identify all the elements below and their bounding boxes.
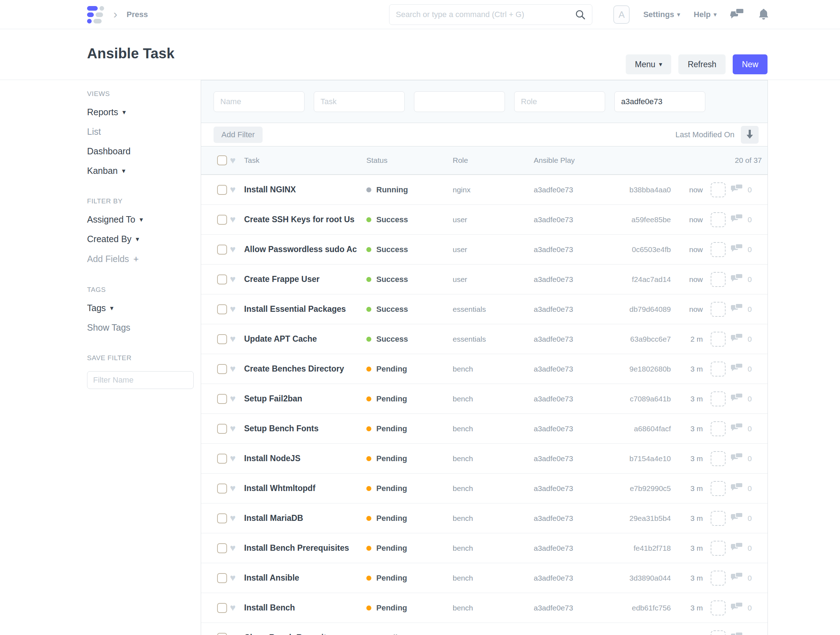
table-row[interactable]: ♥ Allow Passwordless sudo Ac Success use… (201, 235, 767, 264)
table-row[interactable]: ♥ Create Benches Directory Pending bench… (201, 354, 767, 384)
task-name-link[interactable]: Update APT Cache (244, 334, 358, 344)
comments-button[interactable]: 0 (726, 393, 765, 405)
like-heart-icon[interactable]: ♥ (227, 215, 244, 224)
row-checkbox[interactable] (217, 245, 227, 255)
row-checkbox[interactable] (217, 304, 227, 314)
table-row[interactable]: ♥ Clone Bench Repository Pending bench a… (201, 623, 767, 635)
liked-by-filter-heart-icon[interactable]: ♥ (227, 156, 244, 165)
sort-by-label[interactable]: Last Modified On (676, 130, 734, 139)
assign-avatar-placeholder[interactable] (711, 332, 726, 347)
filter-name-input[interactable] (87, 371, 194, 389)
assign-avatar-placeholder[interactable] (711, 391, 726, 406)
assign-avatar-placeholder[interactable] (711, 182, 726, 197)
comments-button[interactable]: 0 (726, 333, 765, 345)
table-row[interactable]: ♥ Install MariaDB Pending bench a3adfe0e… (201, 504, 767, 533)
row-checkbox[interactable] (217, 424, 227, 434)
table-row[interactable]: ♥ Update APT Cache Success essentials a3… (201, 324, 767, 354)
like-heart-icon[interactable]: ♥ (227, 334, 244, 344)
comments-button[interactable]: 0 (726, 452, 765, 465)
comments-button[interactable]: 0 (726, 632, 765, 635)
assign-avatar-placeholder[interactable] (711, 571, 726, 586)
task-name-link[interactable]: Install Whtmltopdf (244, 483, 358, 493)
table-row[interactable]: ♥ Install Ansible Pending bench a3adfe0e… (201, 563, 767, 593)
table-row[interactable]: ♥ Create Frappe User Success user a3adfe… (201, 264, 767, 295)
menu-button[interactable]: Menu ▾ (626, 54, 671, 74)
row-checkbox[interactable] (217, 543, 227, 553)
sidebar-item-add-fields[interactable]: Add Fields + (87, 253, 194, 264)
like-heart-icon[interactable]: ♥ (227, 245, 244, 254)
assign-avatar-placeholder[interactable] (711, 481, 726, 496)
help-menu[interactable]: Help ▾ (693, 10, 717, 19)
comments-button[interactable]: 0 (726, 572, 765, 584)
table-row[interactable]: ♥ Install Bench Pending bench a3adfe0e73… (201, 593, 767, 623)
row-checkbox[interactable] (217, 185, 227, 195)
like-heart-icon[interactable]: ♥ (227, 483, 244, 493)
task-name-link[interactable]: Install Bench Prerequisites (244, 543, 358, 553)
row-checkbox[interactable] (217, 454, 227, 464)
like-heart-icon[interactable]: ♥ (227, 543, 244, 553)
comments-button[interactable]: 0 (726, 303, 765, 316)
task-name-link[interactable]: Install NodeJS (244, 454, 358, 463)
table-row[interactable]: ♥ Setup Bench Fonts Pending bench a3adfe… (201, 414, 767, 444)
comments-button[interactable]: 0 (726, 542, 765, 555)
assign-avatar-placeholder[interactable] (711, 541, 726, 556)
assign-avatar-placeholder[interactable] (711, 272, 726, 287)
sidebar-item-show-tags[interactable]: Show Tags (87, 323, 194, 333)
search-input[interactable] (396, 10, 575, 19)
row-checkbox[interactable] (217, 215, 227, 225)
like-heart-icon[interactable]: ♥ (227, 513, 244, 523)
task-name-link[interactable]: Create Frappe User (244, 274, 358, 284)
task-name-link[interactable]: Allow Passwordless sudo Ac (244, 245, 358, 254)
comments-button[interactable]: 0 (726, 482, 765, 495)
assign-avatar-placeholder[interactable] (711, 421, 726, 436)
task-name-link[interactable]: Install Bench (244, 603, 358, 613)
task-name-link[interactable]: Create SSH Keys for root Us (244, 215, 358, 224)
filter-input-name[interactable] (213, 91, 305, 112)
comments-button[interactable]: 0 (726, 273, 765, 286)
assign-avatar-placeholder[interactable] (711, 451, 726, 466)
sidebar-item-created-by[interactable]: Created By ▾ (87, 234, 194, 244)
table-row[interactable]: ♥ Setup Fail2ban Pending bench a3adfe0e7… (201, 384, 767, 414)
chat-icon[interactable] (730, 8, 744, 21)
task-name-link[interactable]: Setup Bench Fonts (244, 424, 358, 434)
task-name-link[interactable]: Install Ansible (244, 573, 358, 583)
row-checkbox[interactable] (217, 274, 227, 284)
refresh-button[interactable]: Refresh (678, 54, 726, 74)
frappe-logo-icon[interactable] (87, 6, 104, 24)
table-row[interactable]: ♥ Create SSH Keys for root Us Success us… (201, 205, 767, 235)
comments-button[interactable]: 0 (726, 512, 765, 525)
table-row[interactable]: ♥ Install Essential Packages Success ess… (201, 295, 767, 324)
sort-direction-button[interactable] (741, 126, 759, 144)
assign-avatar-placeholder[interactable] (711, 302, 726, 317)
like-heart-icon[interactable]: ♥ (227, 185, 244, 195)
assign-avatar-placeholder[interactable] (711, 362, 726, 377)
comments-button[interactable]: 0 (726, 184, 765, 196)
task-name-link[interactable]: Install MariaDB (244, 513, 358, 523)
table-row[interactable]: ♥ Install Bench Prerequisites Pending be… (201, 533, 767, 563)
comments-button[interactable]: 0 (726, 213, 765, 226)
like-heart-icon[interactable]: ♥ (227, 364, 244, 374)
sidebar-item-kanban[interactable]: Kanban ▾ (87, 166, 194, 176)
row-checkbox[interactable] (217, 603, 227, 613)
assign-avatar-placeholder[interactable] (711, 242, 726, 257)
filter-input-status[interactable] (414, 91, 505, 112)
task-name-link[interactable]: Create Benches Directory (244, 364, 358, 374)
breadcrumb[interactable]: Press (126, 10, 148, 19)
sidebar-item-reports[interactable]: Reports ▾ (87, 107, 194, 117)
sidebar-item-assigned-to[interactable]: Assigned To ▾ (87, 214, 194, 225)
avatar[interactable]: A (613, 5, 630, 24)
table-row[interactable]: ♥ Install NodeJS Pending bench a3adfe0e7… (201, 444, 767, 473)
row-checkbox[interactable] (217, 364, 227, 374)
row-checkbox[interactable] (217, 334, 227, 344)
filter-input-ansible-play[interactable] (614, 91, 705, 112)
like-heart-icon[interactable]: ♥ (227, 424, 244, 434)
assign-avatar-placeholder[interactable] (711, 600, 726, 616)
select-all-checkbox[interactable] (217, 155, 227, 165)
assign-avatar-placeholder[interactable] (711, 212, 726, 227)
task-name-link[interactable]: Setup Fail2ban (244, 394, 358, 404)
row-checkbox[interactable] (217, 633, 227, 635)
table-row[interactable]: ♥ Install NGINX Running nginx a3adfe0e73… (201, 175, 767, 205)
filter-input-task[interactable] (314, 91, 405, 112)
like-heart-icon[interactable]: ♥ (227, 454, 244, 463)
comments-button[interactable]: 0 (726, 243, 765, 256)
